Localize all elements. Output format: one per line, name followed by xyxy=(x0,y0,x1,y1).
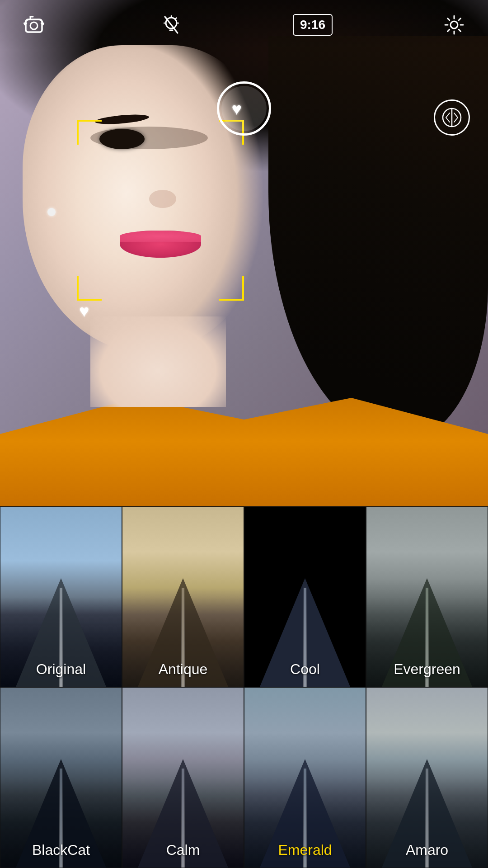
flip-camera-button[interactable] xyxy=(18,9,50,41)
filter-original[interactable]: Original xyxy=(0,506,122,687)
filter-blackcat[interactable]: BlackCat xyxy=(0,687,122,868)
svg-rect-0 xyxy=(26,19,42,32)
filter-antique-thumb xyxy=(122,507,244,687)
filter-original-thumb xyxy=(0,507,122,687)
shutter-controls xyxy=(0,72,488,145)
flash-button[interactable] xyxy=(155,9,187,41)
filter-calm[interactable]: Calm xyxy=(122,687,244,868)
filter-evergreen-thumb xyxy=(366,507,488,687)
filter-cool[interactable]: Cool xyxy=(244,506,366,687)
shutter-inner xyxy=(221,86,267,131)
aspect-ratio-badge[interactable]: 9:16 xyxy=(293,14,333,36)
filter-emerald[interactable]: Emerald xyxy=(244,687,366,868)
filter-evergreen-label: Evergreen xyxy=(366,661,488,678)
filter-cool-label: Cool xyxy=(244,661,366,678)
filter-emerald-thumb xyxy=(244,688,366,868)
shutter-button[interactable] xyxy=(217,81,271,136)
filter-cool-thumb xyxy=(244,507,366,687)
filter-calm-thumb xyxy=(122,688,244,868)
filter-calm-label: Calm xyxy=(122,842,244,859)
compare-button[interactable] xyxy=(434,99,470,136)
filter-strip: Original Antique Cool Evergreen BlackCat xyxy=(0,506,488,868)
camera-viewfinder: ♥ ♥ xyxy=(0,0,488,506)
svg-point-1 xyxy=(30,22,38,29)
filter-amaro-thumb xyxy=(366,688,488,868)
filter-original-label: Original xyxy=(0,661,122,678)
filter-blackcat-label: BlackCat xyxy=(0,842,122,859)
settings-button[interactable] xyxy=(438,9,470,41)
filter-amaro-label: Amaro xyxy=(366,842,488,859)
filter-evergreen[interactable]: Evergreen xyxy=(366,506,488,687)
svg-point-4 xyxy=(450,21,458,28)
top-toolbar: 9:16 xyxy=(0,0,488,50)
filter-antique-label: Antique xyxy=(122,661,244,678)
filter-amaro[interactable]: Amaro xyxy=(366,687,488,868)
filter-antique[interactable]: Antique xyxy=(122,506,244,687)
filter-emerald-label: Emerald xyxy=(244,842,366,859)
filter-blackcat-thumb xyxy=(0,688,122,868)
